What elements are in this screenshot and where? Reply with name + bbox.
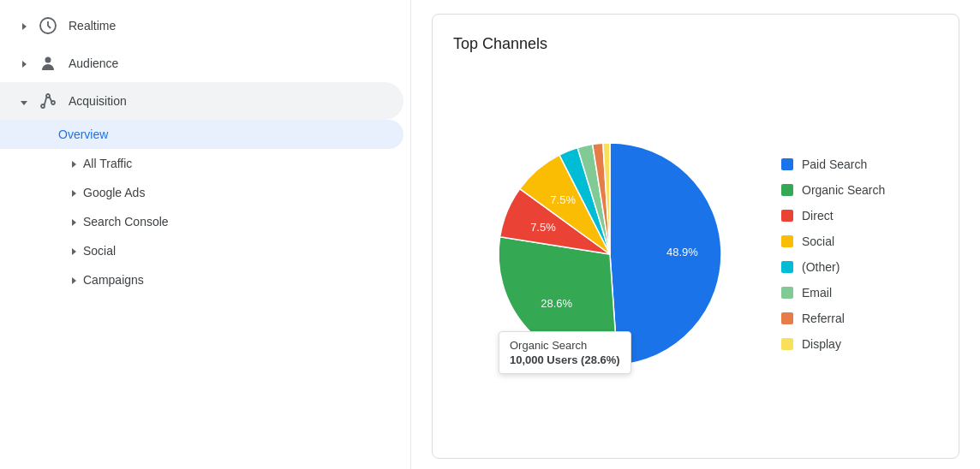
legend-color-email bbox=[781, 287, 793, 299]
legend-label-display: Display bbox=[802, 337, 841, 351]
arrow-right-icon bbox=[72, 244, 76, 258]
legend-color-direct bbox=[781, 210, 793, 222]
legend-label-social: Social bbox=[802, 234, 834, 248]
sidebar-item-all-traffic-label: All Traffic bbox=[83, 157, 132, 170]
legend-label-organic-search: Organic Search bbox=[802, 183, 885, 197]
sidebar-item-search-console[interactable]: Search Console bbox=[0, 207, 403, 236]
legend-item-organic-search[interactable]: Organic Search bbox=[781, 183, 918, 197]
sidebar-item-google-ads-label: Google Ads bbox=[83, 186, 145, 199]
legend-item-paid-search[interactable]: Paid Search bbox=[781, 157, 918, 171]
sidebar-item-search-console-label: Search Console bbox=[83, 215, 169, 229]
arrow-right-icon bbox=[72, 215, 76, 229]
pie-segment-paid-search[interactable] bbox=[610, 143, 721, 365]
chart-legend: Paid SearchOrganic SearchDirectSocial(Ot… bbox=[781, 157, 918, 351]
acquisition-icon bbox=[38, 91, 58, 111]
card-title: Top Channels bbox=[453, 35, 938, 53]
person-icon bbox=[38, 53, 58, 74]
svg-point-3 bbox=[46, 94, 50, 98]
top-channels-card: Top Channels 48.9%28.6%7.5%7.5% Organic … bbox=[432, 14, 959, 459]
legend-label-email: Email bbox=[802, 286, 832, 300]
sidebar-item-overview[interactable]: Overview bbox=[0, 120, 403, 149]
legend-label-direct: Direct bbox=[802, 209, 834, 223]
sidebar-item-all-traffic[interactable]: All Traffic bbox=[0, 149, 403, 178]
arrow-right-icon bbox=[72, 157, 76, 170]
main-content: Top Channels 48.9%28.6%7.5%7.5% Organic … bbox=[411, 0, 980, 469]
arrow-icon bbox=[17, 19, 31, 33]
svg-line-6 bbox=[50, 98, 51, 102]
legend-item-email[interactable]: Email bbox=[781, 286, 918, 300]
sidebar-item-overview-label: Overview bbox=[58, 128, 108, 141]
sidebar-item-campaigns[interactable]: Campaigns bbox=[0, 265, 403, 294]
sidebar-item-audience[interactable]: Audience bbox=[0, 45, 403, 82]
pie-label-paid-search: 48.9% bbox=[666, 246, 698, 258]
legend-item-other[interactable]: (Other) bbox=[781, 260, 918, 274]
svg-line-5 bbox=[45, 98, 46, 105]
legend-color-referral bbox=[781, 312, 793, 324]
sidebar-item-realtime[interactable]: Realtime bbox=[0, 7, 403, 45]
sidebar-item-acquisition-label: Acquisition bbox=[69, 94, 127, 108]
pie-chart: 48.9%28.6%7.5%7.5% Organic Search 10,000… bbox=[473, 117, 747, 391]
acquisition-sub-items: Overview All Traffic Google Ads Search C… bbox=[0, 120, 410, 294]
arrow-right-icon bbox=[72, 273, 76, 287]
legend-label-other: (Other) bbox=[802, 260, 840, 274]
sidebar-item-acquisition[interactable]: Acquisition bbox=[0, 82, 403, 120]
legend-color-paid-search bbox=[781, 158, 793, 170]
sidebar-item-campaigns-label: Campaigns bbox=[83, 273, 144, 287]
legend-item-display[interactable]: Display bbox=[781, 337, 918, 351]
sidebar-item-social-label: Social bbox=[83, 244, 116, 258]
legend-item-direct[interactable]: Direct bbox=[781, 209, 918, 223]
arrow-right-icon bbox=[72, 186, 76, 199]
arrow-icon bbox=[17, 56, 31, 70]
clock-icon bbox=[38, 15, 58, 36]
pie-label-direct: 7.5% bbox=[530, 220, 556, 233]
pie-label-social: 7.5% bbox=[550, 193, 576, 205]
legend-color-social bbox=[781, 235, 793, 247]
legend-color-organic-search bbox=[781, 184, 793, 196]
svg-point-2 bbox=[41, 104, 45, 108]
legend-label-paid-search: Paid Search bbox=[802, 157, 867, 171]
pie-label-organic-search: 28.6% bbox=[541, 297, 572, 310]
legend-item-referral[interactable]: Referral bbox=[781, 312, 918, 325]
legend-item-social[interactable]: Social bbox=[781, 234, 918, 248]
sidebar-item-google-ads[interactable]: Google Ads bbox=[0, 178, 403, 207]
sidebar-item-social[interactable]: Social bbox=[0, 236, 403, 265]
svg-point-1 bbox=[45, 57, 51, 63]
svg-point-4 bbox=[51, 101, 55, 104]
arrow-down-icon bbox=[17, 94, 31, 108]
legend-label-referral: Referral bbox=[802, 312, 845, 325]
chart-container: 48.9%28.6%7.5%7.5% Organic Search 10,000… bbox=[453, 70, 938, 437]
sidebar-item-audience-label: Audience bbox=[69, 56, 118, 70]
legend-color-display bbox=[781, 338, 793, 350]
legend-color-other bbox=[781, 261, 793, 273]
sidebar-item-realtime-label: Realtime bbox=[69, 19, 116, 33]
sidebar: Realtime Audience Acquisiti bbox=[0, 0, 411, 469]
